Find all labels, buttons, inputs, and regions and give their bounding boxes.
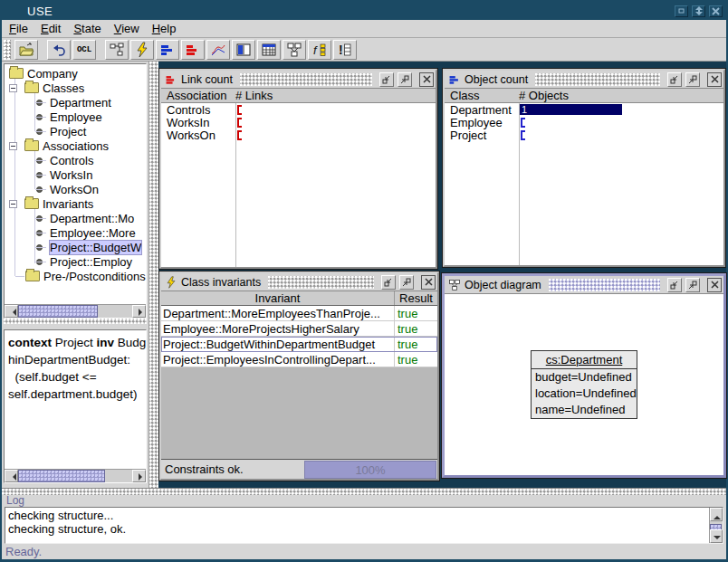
- frame-maximize-button[interactable]: [685, 278, 700, 292]
- column-header[interactable]: # Links: [235, 89, 273, 102]
- window-close-button[interactable]: [709, 5, 723, 17]
- table-row[interactable]: Controls: [161, 103, 436, 116]
- scrollbar-thumb[interactable]: [18, 305, 98, 318]
- frame-iconify-button[interactable]: [667, 72, 682, 87]
- state-evolution-plot-button[interactable]: [206, 40, 230, 60]
- open-file-button[interactable]: [14, 40, 38, 60]
- frame-close-button[interactable]: [419, 72, 434, 87]
- tree-horizontal-scrollbar[interactable]: [5, 304, 146, 318]
- tree-item-invariant-employee[interactable]: Employee::More: [5, 225, 146, 240]
- window-maximize-button[interactable]: [692, 5, 705, 17]
- table-row[interactable]: Department 1: [445, 103, 723, 116]
- frame-maximize-button[interactable]: [399, 275, 414, 290]
- menu-edit[interactable]: Edit: [41, 22, 61, 35]
- tree-item-workson[interactable]: WorksOn: [5, 182, 146, 196]
- tree-item-department[interactable]: Department: [5, 95, 146, 110]
- frame-iconify-button[interactable]: [381, 275, 396, 290]
- tree-item-classes[interactable]: Classes: [5, 81, 146, 95]
- window-titlebar[interactable]: USE: [2, 2, 726, 20]
- ocl-expression-button[interactable]: OCL: [72, 40, 96, 60]
- object-diagram-button[interactable]: [283, 40, 306, 60]
- object-attribute: location=Undefined: [532, 386, 637, 402]
- log-output[interactable]: checking structure... checking structure…: [5, 507, 723, 544]
- collapse-handle-icon[interactable]: [9, 142, 17, 150]
- column-header[interactable]: Result: [395, 291, 437, 305]
- tree-item-invariants[interactable]: Invariants: [5, 196, 146, 211]
- object-node-cs-department[interactable]: cs:Department budget=Undefined location=…: [531, 350, 637, 419]
- tree-item-worksin[interactable]: WorksIn: [5, 167, 146, 182]
- column-header[interactable]: Association: [161, 89, 235, 102]
- table-row[interactable]: WorksOn: [161, 129, 436, 141]
- log-splitter[interactable]: [2, 488, 726, 495]
- tree-item-company[interactable]: Company: [5, 66, 146, 81]
- class-extent-grid-button[interactable]: [257, 40, 281, 60]
- toolbar-grip[interactable]: [4, 40, 11, 60]
- object-count-titlebar[interactable]: Object count: [445, 71, 723, 89]
- object-diagram-titlebar[interactable]: Object diagram: [445, 276, 723, 294]
- scroll-left-button[interactable]: [5, 305, 18, 318]
- window-title: USE: [27, 5, 53, 18]
- class-diagram-button[interactable]: [105, 40, 129, 60]
- frame-close-button[interactable]: [707, 72, 722, 87]
- menu-help[interactable]: Help: [152, 22, 177, 35]
- frame-iconify-button[interactable]: [379, 72, 394, 87]
- window-minimize-button[interactable]: [675, 5, 688, 17]
- tree-item-invariant-department[interactable]: Department::Mo: [5, 211, 146, 225]
- tree-item-controls[interactable]: Controls: [5, 153, 146, 167]
- object-diagram-window[interactable]: Object diagram cs:Department: [442, 273, 726, 478]
- scrollbar-thumb[interactable]: [18, 470, 105, 482]
- menu-view[interactable]: View: [114, 22, 139, 35]
- frame-close-button[interactable]: [421, 275, 436, 290]
- link-count-button[interactable]: [181, 40, 205, 60]
- scroll-right-button[interactable]: [132, 305, 146, 318]
- table-row[interactable]: Department::MoreEmployeesThanProje... tr…: [161, 306, 437, 321]
- resize-vertical-icon: [694, 6, 704, 15]
- tree-item-employee[interactable]: Employee: [5, 110, 146, 124]
- link-count-titlebar[interactable]: Link count: [161, 71, 436, 89]
- scroll-right-button[interactable]: [132, 470, 146, 482]
- table-row[interactable]: Employee: [445, 116, 723, 129]
- scroll-up-button[interactable]: [710, 508, 723, 521]
- scroll-down-button[interactable]: [710, 529, 723, 543]
- tree-item-invariant-project-employees[interactable]: Project::Employ: [5, 254, 146, 269]
- left-horizontal-splitter[interactable]: [4, 319, 147, 324]
- menu-file[interactable]: File: [9, 22, 28, 35]
- command-list-button[interactable]: !: [333, 40, 357, 60]
- iconify-icon: [382, 75, 391, 84]
- collapse-handle-icon[interactable]: [9, 200, 17, 208]
- check-structure-button[interactable]: [130, 40, 154, 60]
- table-row-selected[interactable]: Project::BudgetWithinDepartmentBudget tr…: [161, 337, 437, 352]
- table-row[interactable]: Project: [445, 129, 723, 141]
- class-extent-button[interactable]: [232, 40, 255, 60]
- ocl-horizontal-scrollbar[interactable]: [5, 469, 146, 482]
- object-count-window[interactable]: Object count Class # Objects: [443, 69, 725, 267]
- undo-button[interactable]: [47, 40, 71, 60]
- class-invariants-window[interactable]: Class invariants Invariant Resu: [159, 271, 439, 481]
- frame-maximize-button[interactable]: [398, 72, 412, 87]
- tree-item-associations[interactable]: Associations: [5, 138, 146, 153]
- selected-tree-item-label: Project::BudgetW: [50, 241, 141, 254]
- table-row[interactable]: Employee::MoreProjectsHigherSalary true: [161, 321, 437, 337]
- table-row[interactable]: Project::EmployeesInControllingDepart...…: [161, 352, 437, 367]
- frame-close-button[interactable]: [707, 278, 722, 292]
- main-vertical-splitter[interactable]: [148, 62, 158, 488]
- link-count-window[interactable]: Link count Association # Links: [159, 69, 437, 269]
- collapse-handle-icon[interactable]: [9, 84, 17, 92]
- tree-item-prepostconditions[interactable]: Pre-/Postconditions: [5, 269, 146, 283]
- object-count-button[interactable]: [156, 40, 179, 60]
- object-diagram-canvas[interactable]: cs:Department budget=Undefined location=…: [445, 294, 723, 475]
- menu-state[interactable]: State: [73, 22, 101, 35]
- frame-maximize-button[interactable]: [685, 72, 700, 87]
- frame-iconify-button[interactable]: [667, 278, 682, 292]
- sequence-diagram-button[interactable]: f: [308, 40, 331, 60]
- log-vertical-scrollbar[interactable]: [709, 508, 723, 543]
- table-row[interactable]: WorksIn: [161, 116, 436, 129]
- tree-item-invariant-project-budget[interactable]: Project::BudgetW: [5, 240, 146, 254]
- ocl-expression-text[interactable]: context Project inv Budg hinDepartmentBu…: [5, 330, 146, 403]
- scroll-left-button[interactable]: [5, 470, 18, 482]
- tree-item-project[interactable]: Project: [5, 124, 146, 138]
- column-header[interactable]: Class: [445, 89, 519, 102]
- class-invariants-titlebar[interactable]: Class invariants: [161, 273, 437, 291]
- column-header[interactable]: # Objects: [519, 89, 569, 102]
- column-header[interactable]: Invariant: [161, 291, 395, 305]
